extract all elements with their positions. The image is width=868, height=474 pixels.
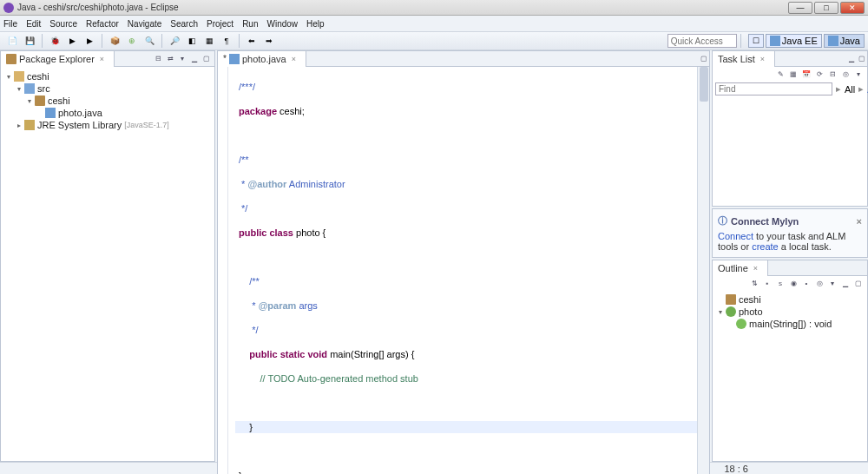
create-link[interactable]: create	[752, 241, 779, 252]
tree-project[interactable]: ▾ceshi	[3, 70, 213, 82]
schedule-icon[interactable]: 📅	[801, 69, 812, 79]
find-input[interactable]	[715, 82, 832, 95]
folding-gutter[interactable]	[228, 67, 235, 474]
status-cursor: 18 : 6	[707, 464, 764, 474]
debug-icon[interactable]: 🐞	[48, 34, 62, 48]
menu-file[interactable]: File	[3, 19, 17, 29]
outline-view: Outline × ⇅ ▪ s ◉ • ◎ ▾ ▁ ▢ ceshi ▾photo…	[712, 260, 868, 462]
tree-java-file[interactable]: photo.java	[3, 107, 213, 119]
menu-navigate[interactable]: Navigate	[128, 19, 161, 29]
menu-window[interactable]: Window	[266, 19, 298, 29]
outline-package[interactable]: ceshi	[714, 293, 865, 306]
toolbar: 📄 💾 🐞 ▶ ▶ 📦 ⊕ 🔍 🔎 ◧ ▦ ¶ ⬅ ➡ ☐ Java EE Ja…	[0, 31, 868, 50]
focus-icon[interactable]: ◎	[814, 278, 825, 288]
menu-search[interactable]: Search	[170, 19, 198, 29]
categorize-icon[interactable]: ▦	[788, 69, 799, 79]
package-explorer-view: Package Explorer × ⊟ ⇄ ▾ ▁ ▢ ▾ceshi ▾src…	[0, 50, 215, 462]
tree-package[interactable]: ▾ceshi	[3, 95, 213, 107]
hide-nonpublic-icon[interactable]: ◉	[788, 278, 799, 288]
open-perspective-button[interactable]: ☐	[748, 34, 764, 48]
minimize-view-icon[interactable]: ▁	[840, 278, 851, 288]
task-list-view: Task List × ▁ ▢ ✎ ▦ 📅 ⟳ ⊟ ◎ ▾ ▸ All ▸	[712, 50, 868, 207]
overview-ruler[interactable]	[218, 67, 228, 474]
connect-link[interactable]: Connect	[718, 231, 753, 241]
show-whitespace-icon[interactable]: ¶	[220, 34, 233, 48]
tree-src[interactable]: ▾src	[3, 82, 213, 95]
sort-icon[interactable]: ⇅	[749, 278, 760, 288]
close-icon[interactable]: ×	[857, 216, 862, 227]
outline-method[interactable]: main(String[]) : void	[714, 318, 865, 330]
minimize-button[interactable]: —	[788, 2, 812, 14]
task-list-tab[interactable]: Task List ×	[713, 51, 775, 67]
close-button[interactable]: ✕	[840, 2, 865, 14]
package-icon	[6, 54, 16, 64]
back-icon[interactable]: ⬅	[245, 34, 259, 48]
search-icon[interactable]: 🔎	[168, 34, 181, 48]
tree-jre[interactable]: ▸JRE System Library [JavaSE-1.7]	[3, 119, 213, 131]
hide-fields-icon[interactable]: ▪	[762, 278, 773, 288]
new-class-icon[interactable]: ⊕	[125, 34, 139, 48]
close-icon[interactable]: ×	[292, 55, 300, 63]
view-menu-icon[interactable]: ▾	[853, 69, 864, 79]
toggle-mark-icon[interactable]: ◧	[185, 34, 199, 48]
open-type-icon[interactable]: 🔍	[142, 34, 156, 48]
editor-tab[interactable]: photo.java ×	[218, 51, 306, 67]
perspective-java[interactable]: Java	[824, 34, 865, 48]
new-task-icon[interactable]: ✎	[775, 69, 786, 79]
outline-tab[interactable]: Outline ×	[713, 260, 768, 276]
menu-refactor[interactable]: Refactor	[86, 19, 119, 29]
save-icon[interactable]: 💾	[23, 34, 36, 48]
code-editor[interactable]: /***/ package ceshi; /** * @author Admin…	[218, 67, 709, 474]
info-icon: ⓘ	[718, 214, 727, 227]
package-explorer-tab[interactable]: Package Explorer ×	[1, 51, 115, 67]
editor-view: photo.java × ▢ /***/ package ceshi; /** …	[217, 50, 710, 474]
forward-icon[interactable]: ➡	[262, 34, 276, 48]
menu-help[interactable]: Help	[306, 19, 325, 29]
menu-project[interactable]: Project	[207, 19, 233, 29]
close-icon[interactable]: ×	[760, 55, 769, 63]
focus-icon[interactable]: ◎	[840, 69, 851, 79]
window-title: Java - ceshi/src/ceshi/photo.java - Ecli…	[17, 3, 179, 12]
java-file-icon	[229, 54, 240, 64]
vertical-scrollbar[interactable]	[697, 67, 709, 474]
maximize-view-icon[interactable]: ▢	[857, 54, 867, 64]
filter-all[interactable]: All	[845, 84, 855, 95]
new-icon[interactable]: 📄	[5, 34, 19, 48]
toggle-block-icon[interactable]: ▦	[202, 34, 216, 48]
run-ext-icon[interactable]: ▶	[82, 34, 96, 48]
hide-local-icon[interactable]: •	[801, 278, 812, 288]
maximize-button[interactable]: □	[814, 2, 838, 14]
maximize-view-icon[interactable]: ▢	[201, 54, 212, 64]
outline-class[interactable]: ▾photo	[714, 306, 865, 318]
menu-source[interactable]: Source	[49, 19, 77, 29]
connect-mylyn-panel: ⓘConnect Mylyn× Connect to your task and…	[712, 208, 868, 258]
minimize-view-icon[interactable]: ▁	[189, 54, 200, 64]
view-menu-icon[interactable]: ▾	[177, 54, 187, 64]
perspective-javaee[interactable]: Java EE	[766, 34, 822, 48]
minimize-view-icon[interactable]: ▁	[846, 54, 857, 64]
menu-run[interactable]: Run	[242, 19, 258, 29]
collapse-icon[interactable]: ⊟	[827, 69, 838, 79]
new-pkg-icon[interactable]: 📦	[108, 34, 122, 48]
eclipse-icon	[3, 3, 14, 13]
link-editor-icon[interactable]: ⇄	[165, 54, 175, 64]
close-icon[interactable]: ×	[753, 264, 762, 273]
sync-icon[interactable]: ⟳	[814, 69, 825, 79]
close-icon[interactable]: ×	[100, 55, 108, 63]
menubar: File Edit Source Refactor Navigate Searc…	[0, 16, 868, 31]
quick-access-input[interactable]	[667, 34, 737, 48]
collapse-all-icon[interactable]: ⊟	[153, 54, 163, 64]
run-icon[interactable]: ▶	[65, 34, 79, 48]
maximize-editor-icon[interactable]: ▢	[699, 54, 709, 64]
maximize-view-icon[interactable]: ▢	[853, 278, 864, 288]
hide-static-icon[interactable]: s	[775, 278, 786, 288]
package-tree[interactable]: ▾ceshi ▾src ▾ceshi photo.java ▸JRE Syste…	[1, 67, 214, 461]
menu-edit[interactable]: Edit	[26, 19, 41, 29]
view-menu-icon[interactable]: ▾	[827, 278, 838, 288]
